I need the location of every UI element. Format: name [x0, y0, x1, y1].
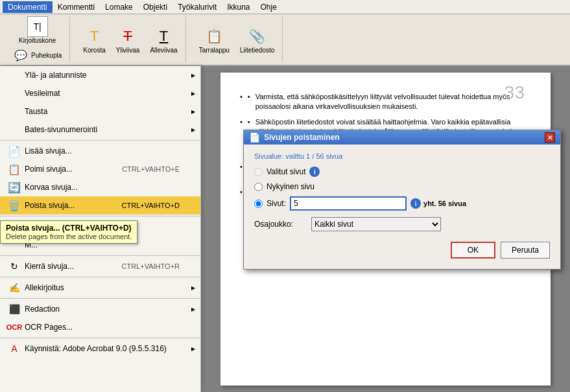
yla-alatunniste-icon	[8, 69, 21, 81]
bullet-0-text: Varmista, että sähköpostikäsittelyyn lii…	[255, 92, 531, 112]
menu-vesileimat-label: Vesileimat	[25, 89, 60, 98]
lisaa-sivuja-icon: 📄	[8, 145, 21, 157]
dialog-subtitle: Sivualue: valittu 1 / 56 sivua	[254, 152, 550, 160]
yliviivaa-icon: T	[117, 26, 138, 47]
menu-poista-sivuja[interactable]: 🗑️ Poista sivuja... CTRL+VAIHTO+D	[0, 196, 200, 214]
menubar: Dokumentti Kommentti Lomake Objekti Työk…	[0, 0, 570, 14]
ribbon-btn-kirjoituskone[interactable]: T| Kirjoituskone	[16, 15, 58, 45]
osajoukko-select[interactable]: Kaikki sivut Parilliset sivut Parittomat…	[311, 217, 441, 231]
divider-3	[0, 255, 200, 256]
menu-poimi-sivuja-label: Poimi sivuja...	[25, 165, 73, 174]
kirjoituskone-label: Kirjoituskone	[19, 37, 56, 44]
poista-sivuja-icon: 🗑️	[8, 200, 21, 211]
liitetiedosto-icon: 📎	[247, 26, 268, 47]
menu-ikkuna[interactable]: Ikkuna	[222, 1, 255, 13]
menu-tausta-label: Tausta	[25, 107, 47, 116]
korvaa-sivuja-icon: 🔄	[8, 181, 21, 193]
divider-4	[0, 277, 200, 277]
radio-sivut[interactable]	[254, 200, 263, 208]
radio-valitut-sivut[interactable]	[254, 168, 263, 176]
menu-yla-alatunniste[interactable]: Ylä- ja alatunniste	[0, 66, 200, 84]
yliviivaa-label: Yliviivaa	[116, 47, 140, 54]
ribbon-btn-yliviivaa[interactable]: T Yliviivaa	[113, 25, 143, 55]
liitetiedosto-label: Liitetiedosto	[240, 47, 274, 54]
left-menu: Ylä- ja alatunniste Vesileimat Tausta Ba…	[0, 66, 201, 392]
menu-bates-label: Bates-sivunumerointi	[25, 125, 97, 134]
allekirjoitus-icon: ✍️	[8, 282, 21, 294]
menu-poista-sivuja-label: Poista sivuja...	[25, 201, 75, 210]
cancel-button[interactable]: Peruuta	[501, 242, 550, 259]
ribbon-btn-liitetiedosto[interactable]: 📎 Liitetiedosto	[237, 25, 277, 55]
menu-ocr[interactable]: OCR OCR Pages...	[0, 318, 200, 336]
radio-row-nykyinen: Nykyinen sivu	[254, 182, 550, 191]
tausta-icon	[8, 106, 21, 117]
korosta-icon: T	[84, 26, 105, 47]
divider-6	[0, 338, 200, 338]
valitut-info-icon[interactable]: i	[309, 167, 320, 177]
ribbon: T| Kirjoituskone 💬 Puhekupla T Korosta T…	[0, 14, 570, 66]
menu-kierr-sivuja[interactable]: ↻ Kierrä sivuja... CTRL+VAIHTO+R	[0, 257, 200, 275]
poimi-sivuja-icon: 📋	[8, 163, 21, 175]
tooltip-title: Poista sivuja... (CTRL+VAIHTO+D)	[6, 224, 132, 233]
menu-tyokalurivit[interactable]: Työkalurivit	[172, 1, 222, 13]
poista-shortcut: CTRL+VAIHTO+D	[122, 202, 193, 209]
radio-sivut-label: Sivut:	[267, 199, 286, 208]
pages-input[interactable]	[290, 196, 407, 211]
radio-row-valitut: Valitut sivut i	[254, 167, 550, 177]
pages-info: i yht. 56 sivua	[410, 198, 466, 209]
ribbon-group-highlight: T Korosta T Yliviivaa T Alleviivaa	[75, 17, 185, 62]
redaction-icon: ⬛	[8, 303, 21, 315]
menu-lomake[interactable]: Lomake	[100, 1, 138, 13]
menu-bates[interactable]: Bates-sivunumerointi	[0, 121, 200, 139]
pages-row: Sivut: i yht. 56 sivua	[254, 196, 550, 211]
menu-tausta[interactable]: Tausta	[0, 102, 200, 121]
pages-info-icon[interactable]: i	[410, 198, 421, 209]
dialog-icon: 📄	[249, 132, 260, 143]
poimi-shortcut: CTRL+VAIHTO+E	[122, 165, 193, 173]
menu-kaynnista[interactable]: A Käynnistä: Adobe Acrobat 9.0 (9.5.5.31…	[0, 340, 200, 358]
tarralappu-icon: 📋	[204, 26, 224, 47]
divider-2	[0, 216, 200, 216]
menu-yla-alatunniste-label: Ylä- ja alatunniste	[25, 71, 86, 80]
kierra-icon: ↻	[8, 260, 21, 272]
bullet-0-before: •	[248, 92, 250, 112]
radio-nykyinen-sivu[interactable]	[254, 183, 263, 191]
alleviivaa-label: Alleviivaa	[150, 47, 177, 54]
menu-ocr-label: OCR Pages...	[25, 323, 73, 332]
dialog-title: Sivujen poistaminen	[264, 133, 340, 142]
dialog-close-button[interactable]: ✕	[545, 132, 555, 143]
menu-allekirjoitus-label: Allekirjoitus	[25, 283, 64, 292]
ribbon-btn-tarralappu[interactable]: 📋 Tarralappu	[196, 25, 232, 55]
menu-allekirjoitus[interactable]: ✍️ Allekirjoitus	[0, 279, 200, 297]
ribbon-group-text: T| Kirjoituskone 💬 Puhekupla	[5, 17, 70, 62]
page-number: 33	[505, 82, 525, 103]
radio-valitut-label: Valitut sivut	[267, 167, 305, 176]
menu-redaction[interactable]: ⬛ Redaction	[0, 300, 200, 318]
menu-lisaa-sivuja-label: Lisää sivuja...	[25, 146, 72, 156]
tooltip-desc: Delete pages from the active document.	[6, 233, 132, 240]
osajoukko-label: Osajoukko:	[254, 220, 306, 229]
ribbon-btn-puhekupla[interactable]: 💬 Puhekupla	[10, 47, 64, 65]
menu-korvaa-sivuja[interactable]: 🔄 Korvaa sivuja...	[0, 178, 200, 196]
korosta-label: Korosta	[83, 47, 105, 54]
menu-dokumentti[interactable]: Dokumentti	[3, 1, 53, 13]
menu-kommentti[interactable]: Kommentti	[53, 1, 100, 13]
radio-nykyinen-label: Nykyinen sivu	[267, 182, 315, 191]
ok-button[interactable]: OK	[451, 242, 495, 259]
menu-lisaa-sivuja[interactable]: 📄 Lisää sivuja...	[0, 142, 200, 160]
ribbon-btn-korosta[interactable]: T Korosta	[80, 25, 108, 55]
menu-objekti[interactable]: Objekti	[138, 1, 172, 13]
dialog-titlebar: 📄 Sivujen poistaminen ✕	[244, 130, 560, 144]
puhekupla-label: Puhekupla	[31, 52, 62, 59]
vesileimat-icon	[8, 87, 21, 99]
menu-vesileimat[interactable]: Vesileimat	[0, 84, 200, 102]
kirjoituskone-icon: T|	[27, 16, 48, 37]
ribbon-btn-alleviivaa[interactable]: T Alleviivaa	[147, 25, 180, 55]
puhekupla-icon: 💬	[13, 48, 29, 63]
menu-ohje[interactable]: Ohje	[255, 1, 282, 13]
ribbon-group-attachments: 📋 Tarralappu 📎 Liitetiedosto	[191, 17, 283, 62]
kierra-shortcut: CTRL+VAIHTO+R	[122, 262, 193, 270]
acrobat-icon: A	[8, 343, 21, 354]
ocr-icon: OCR	[8, 321, 21, 333]
menu-poimi-sivuja[interactable]: 📋 Poimi sivuja... CTRL+VAIHTO+E	[0, 160, 200, 178]
